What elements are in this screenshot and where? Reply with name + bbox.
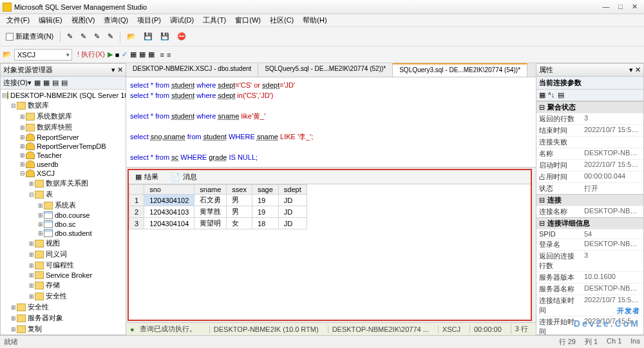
tree-item[interactable]: ⊞ReportServer — [1, 133, 126, 142]
object-explorer-tree[interactable]: ⊟DESKTOP-NBME2IK (SQL Server 10.0.160 ⊟数… — [1, 90, 126, 334]
query-status-bar: ● 查询已成功执行。 DESKTOP-NBME2IK (10.0 RTM) DE… — [126, 322, 536, 335]
document-tabs: DESKTOP-NBME2IK.XSCJ - dbo.student SQLQu… — [126, 63, 536, 77]
database-selector[interactable]: XSCJ — [14, 49, 72, 61]
tree-tables[interactable]: ⊟表 — [1, 189, 126, 200]
toolbar-icon-1[interactable]: ✎ — [64, 30, 76, 43]
sql-editor[interactable]: select * from student where sdept='CS' o… — [126, 77, 536, 168]
menu-query[interactable]: 查询(Q) — [100, 14, 132, 26]
execute-label: 执行(X) — [81, 50, 105, 58]
panel-pin-icon[interactable]: ▾ ✕ — [111, 66, 123, 74]
status-time: 00:00:00 — [469, 325, 506, 333]
menu-project[interactable]: 项目(P) — [133, 14, 165, 26]
status-col: 列 1 — [585, 337, 598, 347]
server-node[interactable]: ⊟DESKTOP-NBME2IK (SQL Server 10.0.160 — [1, 91, 126, 100]
new-query-label: 新建查询(N) — [15, 32, 53, 41]
prop-category[interactable]: ⊟连接 — [536, 194, 643, 206]
tree-item[interactable]: ⊞同义词 — [1, 249, 126, 260]
tree-xscj[interactable]: ⊟XSCJ — [1, 169, 126, 178]
tree-item[interactable]: ⊞存储 — [1, 280, 126, 291]
table-row: 21204304103黄苹胜男19JD — [129, 206, 307, 218]
menu-help[interactable]: 帮助(H) — [299, 14, 330, 26]
results-area: ▦结果 📄消息 snosnamessexsagesdept 1120430410… — [128, 169, 532, 321]
tree-item[interactable]: ⊞数据库快照 — [1, 122, 126, 133]
toolbar-icon-2[interactable]: ✎ — [77, 30, 90, 43]
tree-item[interactable]: ⊞视图 — [1, 238, 126, 249]
toolbar-icon-4[interactable]: ✎ — [104, 30, 117, 43]
table-node[interactable]: ⊞dbo.sc — [1, 220, 126, 229]
status-ready: 就绪 — [4, 337, 18, 347]
toolbar2-icon-b[interactable]: ▦ — [139, 50, 146, 59]
new-query-icon — [6, 33, 14, 41]
menu-debug[interactable]: 调试(D) — [166, 14, 198, 26]
save-button[interactable]: 💾 — [140, 30, 156, 43]
success-icon: ● — [130, 325, 135, 333]
tree-item[interactable]: ⊞系统表 — [1, 200, 126, 211]
table-row: 31204304104黄望明女18JD — [129, 218, 307, 229]
tree-item[interactable]: ⊞Service Broker — [1, 271, 126, 280]
tab-query5[interactable]: SQLQuery5.sql - DE...ME2IK\20774 (52))* — [258, 63, 393, 77]
menu-file[interactable]: 文件(F) — [3, 14, 33, 26]
toolbar2-icon-d[interactable]: ≡ — [160, 51, 164, 59]
connect-button[interactable]: 连接(O)▾ — [3, 78, 32, 88]
tree-item[interactable]: ⊞服务器对象 — [1, 313, 126, 324]
close-button[interactable]: ✕ — [632, 3, 638, 11]
prop-category[interactable]: ⊟连接详细信息 — [536, 217, 643, 229]
parse-button[interactable]: ✓ — [122, 50, 128, 59]
oe-tool-2[interactable]: ▦ — [43, 79, 50, 87]
maximize-button[interactable]: □ — [618, 3, 623, 11]
tab-query3[interactable]: SQLQuery3.sql - DE...ME2IK\20774 (54))* — [393, 63, 527, 77]
toolbar2-icon-e[interactable]: ≡ — [167, 51, 171, 59]
open-button[interactable]: 📂 — [124, 30, 139, 43]
save-all-button[interactable]: 💾 — [157, 30, 173, 43]
oe-tool-4[interactable]: ▤ — [61, 79, 68, 87]
debug-button[interactable]: ▶ — [108, 50, 113, 59]
minimize-button[interactable]: — — [602, 3, 609, 11]
tree-item[interactable]: ⊞Teacher — [1, 151, 126, 160]
results-tab[interactable]: ▦结果 — [129, 170, 165, 184]
panel-close-icon[interactable]: ▾ ✕ — [629, 66, 641, 74]
execute-button[interactable]: ! 执行(X) — [77, 50, 105, 59]
db-icon[interactable]: 📂 — [3, 50, 12, 59]
tree-item[interactable]: ⊞可编程性 — [1, 260, 126, 271]
menu-community[interactable]: 社区(C) — [266, 14, 298, 26]
menu-edit[interactable]: 编辑(E) — [35, 14, 66, 26]
toolbar2-icon-a[interactable]: ▦ — [130, 50, 137, 59]
properties-header: 当前连接参数 — [539, 78, 582, 88]
tree-item[interactable]: ⊞复制 — [1, 324, 126, 334]
toolbar2-icon-c[interactable]: ▦ — [148, 50, 155, 59]
menu-tools[interactable]: 工具(T) — [199, 14, 230, 26]
prop-tool-page[interactable]: ▤ — [558, 91, 564, 99]
prop-tool-sort[interactable]: ᴬ↓ — [548, 91, 555, 99]
grid-icon: ▦ — [135, 173, 142, 181]
table-node[interactable]: ⊞dbo.student — [1, 229, 126, 238]
menu-bar: 文件(F) 编辑(E) 视图(V) 查询(Q) 项目(P) 调试(D) 工具(T… — [0, 14, 644, 27]
tree-item[interactable]: ⊞安全性 — [1, 302, 126, 313]
tree-item[interactable]: ⊞数据库关系图 — [1, 178, 126, 189]
tab-table[interactable]: DESKTOP-NBME2IK.XSCJ - dbo.student — [126, 63, 258, 77]
tree-item[interactable]: ⊞userdb — [1, 160, 126, 169]
status-db: XSCJ — [438, 325, 464, 333]
prop-tool-cat[interactable]: ▦ — [539, 91, 545, 99]
tree-item[interactable]: ⊞ReportServerTempDB — [1, 142, 126, 151]
tree-item[interactable]: ⊞安全性 — [1, 291, 126, 302]
menu-window[interactable]: 窗口(W) — [231, 14, 265, 26]
table-node[interactable]: ⊞dbo.course — [1, 211, 126, 220]
toolbar-icon-3[interactable]: ✎ — [91, 30, 103, 43]
menu-view[interactable]: 视图(V) — [68, 14, 99, 26]
properties-panel: 属性▾ ✕ 当前连接参数 ▦ ᴬ↓ ▤ ⊟聚合状态 返回的行数3 结束时间202… — [536, 63, 644, 335]
messages-tab[interactable]: 📄消息 — [165, 170, 204, 184]
stop-button[interactable]: ⛔ — [174, 30, 189, 43]
stop-debug-button[interactable]: ■ — [115, 51, 120, 59]
oe-tool-1[interactable]: ▦ — [34, 79, 41, 87]
app-status-bar: 就绪 行 29 列 1 Ch 1 Ins — [0, 335, 644, 348]
tree-item[interactable]: ⊞系统数据库 — [1, 111, 126, 122]
results-grid[interactable]: snosnamessexsagesdept 11204304102石文勇男19J… — [129, 184, 307, 229]
status-login: DESKTOP-NBME2IK\20774 ... — [328, 325, 433, 333]
page-icon: 📄 — [171, 173, 180, 181]
new-query-button[interactable]: 新建查询(N) — [3, 30, 57, 43]
object-explorer-panel: 对象资源管理器▾ ✕ 连接(O)▾ ▦ ▦ ▤ ▤ ⊟DESKTOP-NBME2… — [0, 63, 126, 335]
oe-tool-3[interactable]: ▤ — [52, 79, 59, 87]
databases-node[interactable]: ⊟数据库 — [1, 100, 126, 111]
app-title: Microsoft SQL Server Management Studio — [14, 3, 147, 11]
prop-category[interactable]: ⊟聚合状态 — [536, 101, 643, 113]
